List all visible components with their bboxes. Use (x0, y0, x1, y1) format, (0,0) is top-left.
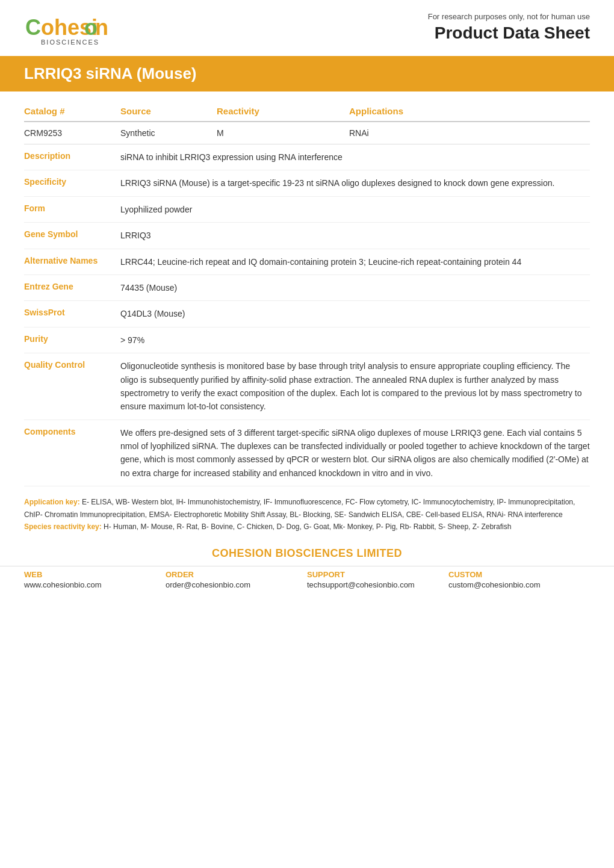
entrez-gene-value: 74435 (Mouse) (120, 281, 590, 294)
svg-text:BIOSCIENCES: BIOSCIENCES (41, 39, 99, 46)
components-label: Components (24, 426, 120, 480)
for-research-text: For research purposes only, not for huma… (428, 12, 590, 21)
svg-text:C: C (25, 15, 41, 40)
svg-text:n: n (95, 15, 108, 40)
purity-value: > 97% (120, 333, 590, 347)
app-key-value: E- ELISA, WB- Western blot, IH- Immunohi… (24, 498, 575, 518)
purity-label: Purity (24, 333, 120, 347)
cell-source: Synthetic (120, 128, 217, 138)
quality-control-label: Quality Control (24, 359, 120, 414)
web-col: WEB www.cohesionbio.com (24, 570, 166, 589)
app-key-label: Application key: (24, 498, 80, 506)
purity-section: Purity > 97% (24, 327, 590, 353)
company-name: COHESION BIOSCIENCES LIMITED (0, 539, 614, 566)
table-row: CRM9253 Synthetic M RNAi (24, 122, 590, 144)
custom-value: custom@cohesionbio.com (448, 580, 590, 589)
product-title: LRRIQ3 siRNA (Mouse) (24, 64, 590, 83)
col-catalog: Catalog # (24, 106, 120, 116)
species-key-label: Species reactivity key: (24, 522, 102, 531)
order-col: ORDER order@cohesionbio.com (166, 570, 307, 589)
main-content: Catalog # Source Reactivity Applications… (0, 98, 614, 486)
custom-col: CUSTOM custom@cohesionbio.com (448, 570, 590, 589)
cell-catalog: CRM9253 (24, 128, 120, 138)
cell-reactivity: M (217, 128, 349, 138)
footer-links: WEB www.cohesionbio.com ORDER order@cohe… (0, 566, 614, 601)
web-label: WEB (24, 570, 166, 579)
alternative-names-value: LRRC44; Leucine-rich repeat and IQ domai… (120, 255, 590, 268)
quality-control-value: Oligonucleotide synthesis is monitored b… (120, 359, 590, 414)
gene-symbol-section: Gene Symbol LRRIQ3 (24, 223, 590, 249)
gene-symbol-value: LRRIQ3 (120, 229, 590, 242)
components-section: Components We offers pre-designed sets o… (24, 420, 590, 487)
col-source: Source (120, 106, 217, 116)
order-label: ORDER (166, 570, 307, 579)
specificity-value: LRRIQ3 siRNA (Mouse) is a target-specifi… (120, 176, 590, 190)
order-value: order@cohesionbio.com (166, 580, 307, 589)
specificity-label: Specificity (24, 176, 120, 190)
footer-keys: Application key: E- ELISA, WB- Western b… (0, 486, 614, 539)
product-data-sheet-title: Product Data Sheet (428, 23, 590, 43)
swissprot-section: SwissProt Q14DL3 (Mouse) (24, 301, 590, 327)
custom-label: CUSTOM (448, 570, 590, 579)
web-value: www.cohesionbio.com (24, 580, 166, 589)
form-value: Lyophilized powder (120, 203, 590, 216)
description-value: siRNA to inhibit LRRIQ3 expression using… (120, 150, 590, 164)
product-title-bar: LRRIQ3 siRNA (Mouse) (0, 56, 614, 91)
cell-applications: RNAi (349, 128, 590, 138)
col-applications: Applications (349, 106, 590, 116)
form-label: Form (24, 203, 120, 216)
support-value: techsupport@cohesionbio.com (307, 580, 448, 589)
swissprot-value: Q14DL3 (Mouse) (120, 307, 590, 320)
form-section: Form Lyophilized powder (24, 197, 590, 223)
alternative-names-section: Alternative Names LRRC44; Leucine-rich r… (24, 249, 590, 275)
species-key-value: H- Human, M- Mouse, R- Rat, B- Bovine, C… (104, 522, 511, 531)
support-col: SUPPORT techsupport@cohesionbio.com (307, 570, 448, 589)
col-reactivity: Reactivity (217, 106, 349, 116)
header-right: For research purposes only, not for huma… (428, 12, 590, 43)
support-label: SUPPORT (307, 570, 448, 579)
quality-control-section: Quality Control Oligonucleotide synthesi… (24, 353, 590, 420)
page-header: C ohesi o n BIOSCIENCES For research pur… (0, 0, 614, 56)
entrez-gene-section: Entrez Gene 74435 (Mouse) (24, 275, 590, 301)
gene-symbol-label: Gene Symbol (24, 229, 120, 242)
species-key-line: Species reactivity key: H- Human, M- Mou… (24, 521, 590, 533)
entrez-gene-label: Entrez Gene (24, 281, 120, 294)
description-label: Description (24, 150, 120, 164)
specificity-section: Specificity LRRIQ3 siRNA (Mouse) is a ta… (24, 170, 590, 196)
swissprot-label: SwissProt (24, 307, 120, 320)
components-value: We offers pre-designed sets of 3 differe… (120, 426, 590, 480)
application-key-line: Application key: E- ELISA, WB- Western b… (24, 496, 590, 521)
description-section: Description siRNA to inhibit LRRIQ3 expr… (24, 144, 590, 170)
alternative-names-label: Alternative Names (24, 255, 120, 268)
table-header: Catalog # Source Reactivity Applications (24, 98, 590, 122)
logo: C ohesi o n BIOSCIENCES (24, 12, 132, 50)
